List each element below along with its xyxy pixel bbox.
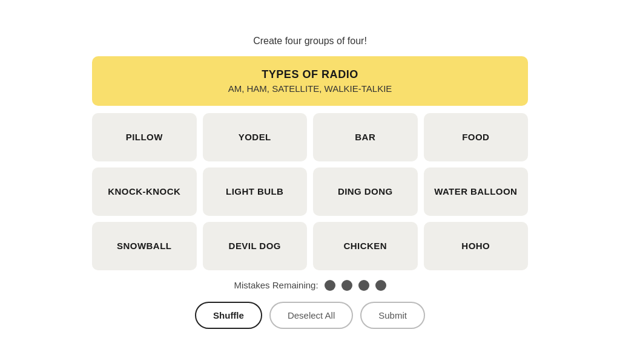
grid-cell[interactable]: YODEL <box>203 113 308 161</box>
grid-word: WATER BALLOON <box>434 186 517 198</box>
grid-word: KNOCK-KNOCK <box>108 186 180 198</box>
deselect-all-button[interactable]: Deselect All <box>269 302 353 329</box>
grid-cell[interactable]: SNOWBALL <box>92 222 197 270</box>
grid-cell[interactable]: FOOD <box>424 113 529 161</box>
mistake-dot-4 <box>375 280 386 291</box>
subtitle: Create four groups of four! <box>253 36 367 47</box>
grid-word: SNOWBALL <box>117 240 171 252</box>
word-grid: PILLOWYODELBARFOODKNOCK-KNOCKLIGHT BULBD… <box>92 113 528 270</box>
grid-cell[interactable]: BAR <box>313 113 418 161</box>
grid-cell[interactable]: HOHO <box>424 222 529 270</box>
grid-cell[interactable]: DEVIL DOG <box>203 222 308 270</box>
grid-word: CHICKEN <box>344 240 388 252</box>
game-container: Create four groups of four! TYPES OF RAD… <box>92 36 528 329</box>
grid-cell[interactable]: LIGHT BULB <box>203 167 308 216</box>
solved-category-name: TYPES OF RADIO <box>102 68 518 81</box>
grid-word: HOHO <box>461 240 490 252</box>
grid-word: LIGHT BULB <box>226 186 283 198</box>
grid-word: BAR <box>355 131 375 143</box>
mistakes-label: Mistakes Remaining: <box>234 280 318 290</box>
shuffle-button[interactable]: Shuffle <box>195 302 262 329</box>
grid-cell[interactable]: CHICKEN <box>313 222 418 270</box>
solved-category-items: AM, HAM, SATELLITE, WALKIE-TALKIE <box>102 83 518 94</box>
buttons-row: Shuffle Deselect All Submit <box>195 302 425 329</box>
grid-word: DING DONG <box>338 186 393 198</box>
mistake-dot-1 <box>325 280 335 291</box>
grid-cell[interactable]: KNOCK-KNOCK <box>92 167 197 216</box>
solved-card: TYPES OF RADIO AM, HAM, SATELLITE, WALKI… <box>92 56 528 106</box>
grid-word: PILLOW <box>126 131 163 143</box>
mistakes-row: Mistakes Remaining: <box>234 280 386 291</box>
grid-cell[interactable]: DING DONG <box>313 167 418 216</box>
mistake-dot-2 <box>341 280 352 291</box>
grid-word: FOOD <box>462 131 489 143</box>
grid-cell[interactable]: WATER BALLOON <box>424 167 529 216</box>
grid-word: DEVIL DOG <box>229 240 281 252</box>
grid-word: YODEL <box>239 131 271 143</box>
submit-button[interactable]: Submit <box>360 302 425 329</box>
grid-cell[interactable]: PILLOW <box>92 113 197 161</box>
mistake-dot-3 <box>358 280 369 291</box>
